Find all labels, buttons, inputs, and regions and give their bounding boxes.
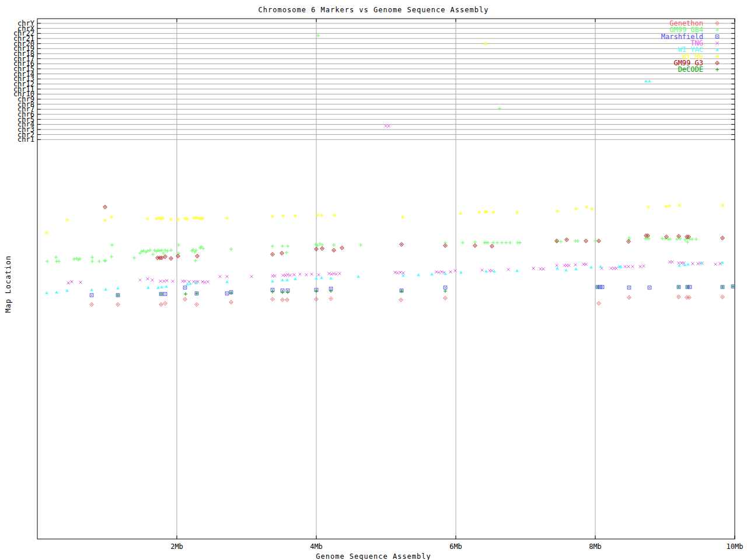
data-point xyxy=(444,296,448,300)
data-point xyxy=(664,205,668,208)
data-point xyxy=(110,215,113,219)
shape xyxy=(165,293,166,295)
shape xyxy=(484,270,488,272)
data-point xyxy=(159,280,162,283)
shape xyxy=(628,241,629,242)
data-point xyxy=(45,291,48,294)
data-point xyxy=(157,216,160,220)
data-point xyxy=(317,274,320,276)
data-point xyxy=(320,247,324,251)
data-point xyxy=(678,204,681,207)
legend-marker xyxy=(715,61,720,65)
data-point xyxy=(690,237,694,241)
data-point xyxy=(644,79,648,82)
shape xyxy=(165,256,166,257)
data-point xyxy=(186,217,189,220)
data-point xyxy=(57,260,61,263)
data-point xyxy=(610,267,613,270)
data-point xyxy=(207,281,210,284)
shape xyxy=(644,79,648,82)
data-point xyxy=(165,285,168,288)
data-point xyxy=(590,207,594,211)
data-point xyxy=(197,216,200,220)
data-point xyxy=(156,286,160,289)
data-point xyxy=(169,218,173,221)
shape xyxy=(556,240,557,242)
data-point xyxy=(116,286,120,289)
data-point xyxy=(597,302,601,306)
data-point xyxy=(110,243,114,247)
data-point xyxy=(565,238,569,242)
data-point xyxy=(539,268,542,271)
shape xyxy=(400,299,402,300)
plot-area: chrYchrXchr22chr21chr20chr19chr18chr17ch… xyxy=(0,0,747,560)
data-point xyxy=(271,279,274,282)
data-point xyxy=(281,214,285,218)
data-point xyxy=(329,297,333,301)
data-point xyxy=(169,249,173,252)
shape xyxy=(316,299,317,300)
data-point xyxy=(194,216,198,219)
shape xyxy=(281,278,284,281)
legend-marker xyxy=(715,55,719,58)
data-point xyxy=(183,298,187,302)
shape xyxy=(649,287,650,288)
data-point xyxy=(294,214,297,218)
shape xyxy=(285,278,289,281)
data-point xyxy=(271,244,274,248)
data-point xyxy=(721,236,725,240)
shape xyxy=(686,262,690,265)
data-point xyxy=(556,209,559,213)
shape xyxy=(602,286,603,288)
data-point xyxy=(97,260,101,263)
data-point xyxy=(160,285,163,288)
data-point xyxy=(163,302,167,306)
data-point xyxy=(481,269,484,272)
data-point xyxy=(158,249,162,253)
data-point xyxy=(585,263,588,266)
data-point xyxy=(627,240,631,244)
data-point xyxy=(310,273,313,276)
data-point xyxy=(556,267,559,270)
data-point xyxy=(271,253,275,257)
shape xyxy=(599,286,601,288)
data-point xyxy=(559,240,563,243)
shape xyxy=(493,270,496,272)
data-point xyxy=(627,265,630,268)
data-point xyxy=(686,262,690,265)
data-point xyxy=(138,251,142,255)
data-point xyxy=(564,268,568,271)
data-point xyxy=(285,298,289,302)
data-point xyxy=(103,205,107,209)
data-point xyxy=(585,205,588,209)
data-point xyxy=(195,303,199,307)
shape xyxy=(45,291,48,294)
data-point xyxy=(477,211,481,214)
data-point xyxy=(229,300,233,304)
data-point xyxy=(599,265,602,268)
data-point xyxy=(281,244,284,248)
shape xyxy=(445,298,446,299)
data-point xyxy=(192,216,196,220)
shape xyxy=(585,240,587,242)
chromosome-label: chr1 xyxy=(18,135,34,144)
data-point xyxy=(484,42,487,46)
data-point xyxy=(160,249,163,252)
data-point xyxy=(677,295,681,299)
data-point xyxy=(490,244,494,249)
data-point xyxy=(162,251,165,255)
legend-label: DeCODE xyxy=(678,65,703,74)
shape xyxy=(574,267,578,270)
shape xyxy=(231,302,232,303)
data-point xyxy=(146,217,149,220)
data-point xyxy=(45,231,48,235)
data-point xyxy=(485,210,488,214)
data-point xyxy=(195,292,198,295)
shape xyxy=(170,258,172,259)
shape xyxy=(598,240,599,242)
data-point xyxy=(148,249,152,252)
data-point xyxy=(286,290,289,294)
data-point xyxy=(172,280,174,283)
data-point xyxy=(116,293,120,297)
data-point xyxy=(574,264,577,267)
